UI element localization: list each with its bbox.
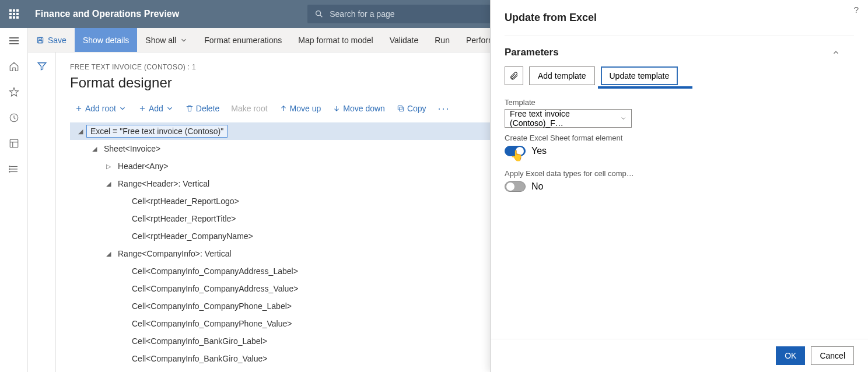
add-template-button[interactable]: Add template <box>529 66 595 85</box>
add-button[interactable]: Add <box>134 101 178 115</box>
map-format-button[interactable]: Map format to model <box>290 28 381 52</box>
tree-expand-icon[interactable]: ◢ <box>89 145 100 153</box>
chevron-down-icon <box>118 104 127 113</box>
parameters-header[interactable]: Parameters <box>505 47 559 58</box>
chevron-down-icon <box>620 115 626 122</box>
save-button[interactable]: Save <box>28 28 75 52</box>
tree-node-label: Cell<CompanyInfo_BankGiro_Label> <box>128 335 271 347</box>
help-button[interactable]: ? <box>854 5 859 15</box>
tree-node-label: Cell<CompanyInfo_CompanyAddress_Value> <box>128 283 302 294</box>
move-up-label: Move up <box>290 104 321 113</box>
tree-node-label: Range<CompanyInfo>: Vertical <box>114 248 235 259</box>
svg-line-1 <box>320 15 322 17</box>
make-root-button: Make root <box>226 101 272 115</box>
create-sheet-label: Create Excel Sheet format element <box>505 134 854 142</box>
workspaces-icon[interactable] <box>8 138 20 149</box>
show-all-button[interactable]: Show all <box>137 28 196 52</box>
waffle-icon <box>9 9 19 19</box>
show-details-button[interactable]: Show details <box>75 28 137 52</box>
left-nav-rail <box>0 28 28 372</box>
highlight-underline <box>598 86 692 89</box>
ok-button[interactable]: OK <box>776 346 805 365</box>
modules-icon[interactable] <box>8 163 20 175</box>
move-down-label: Move down <box>343 104 385 113</box>
validate-label: Validate <box>390 36 419 45</box>
svg-rect-20 <box>398 106 402 110</box>
move-up-button[interactable]: Move up <box>275 101 326 115</box>
svg-rect-19 <box>400 107 404 111</box>
hamburger-menu-button[interactable] <box>8 35 20 47</box>
app-launcher-button[interactable] <box>0 0 28 28</box>
flyout-title: Update from Excel <box>505 12 854 24</box>
tree-node-label: Cell<CompanyInfo_BankGiro_Value> <box>128 353 271 364</box>
chevron-up-icon[interactable] <box>832 48 840 57</box>
tree-node-label: Cell<CompanyInfo_CompanyPhone_Value> <box>128 318 295 329</box>
add-label: Add <box>149 104 163 113</box>
update-from-excel-panel: ? Update from Excel Parameters Add templ… <box>490 0 868 372</box>
tree-node-label: Cell<rptHeader_ReportTitle> <box>128 213 239 224</box>
apply-types-value: No <box>531 181 543 192</box>
svg-rect-14 <box>38 40 42 43</box>
svg-point-10 <box>9 169 10 170</box>
svg-point-11 <box>9 171 10 173</box>
recent-icon[interactable] <box>8 112 20 124</box>
tree-node-label: Cell<CompanyInfo_CompanyAddress_Label> <box>128 265 302 277</box>
cancel-label: Cancel <box>820 351 845 360</box>
run-label: Run <box>435 36 450 45</box>
attach-file-button[interactable] <box>505 66 523 85</box>
tree-expand-icon[interactable]: ◢ <box>103 180 114 188</box>
show-all-label: Show all <box>145 36 176 45</box>
run-button[interactable]: Run <box>426 28 458 52</box>
create-sheet-value: Yes <box>531 146 547 156</box>
tree-node-label: Cell<rptHeader_ReportLogo> <box>128 195 243 207</box>
add-root-label: Add root <box>85 104 116 113</box>
divider <box>505 36 854 36</box>
template-select-value: Free text invoice (Contoso)_F… <box>510 109 620 128</box>
update-template-label: Update template <box>610 71 670 80</box>
tree-node-label: Header<Any> <box>114 160 172 172</box>
move-down-button[interactable]: Move down <box>328 101 390 115</box>
map-format-label: Map format to model <box>298 36 373 45</box>
tree-node-label: Cell<CompanyInfo_CompanyPhone_Label> <box>128 300 295 312</box>
show-details-label: Show details <box>83 36 129 45</box>
tree-node-label: Cell<rptHeader_CompanyName> <box>128 230 257 242</box>
tree-expand-icon[interactable]: ◢ <box>103 250 114 258</box>
filter-icon[interactable] <box>37 61 47 71</box>
more-button[interactable]: ··· <box>433 100 455 117</box>
update-template-button[interactable]: Update template <box>601 66 678 85</box>
delete-label: Delete <box>196 104 219 113</box>
add-root-button[interactable]: Add root <box>70 101 131 115</box>
add-template-label: Add template <box>538 71 586 80</box>
favorites-icon[interactable] <box>8 86 20 98</box>
svg-rect-13 <box>39 37 42 39</box>
chevron-down-icon <box>166 104 174 113</box>
app-title: Finance and Operations Preview <box>28 9 179 19</box>
save-label: Save <box>48 36 66 45</box>
template-field-label: Template <box>505 98 854 107</box>
copy-button[interactable]: Copy <box>392 101 431 115</box>
apply-types-toggle[interactable] <box>505 181 526 192</box>
create-sheet-toggle[interactable] <box>505 146 526 156</box>
format-enum-label: Format enumerations <box>204 36 282 45</box>
svg-point-9 <box>9 166 10 167</box>
tree-node-label: Excel = "Free text invoice (Contoso)" <box>86 125 228 138</box>
ok-label: OK <box>785 351 796 360</box>
format-enumerations-button[interactable]: Format enumerations <box>196 28 290 52</box>
cancel-button[interactable]: Cancel <box>811 346 854 365</box>
delete-button[interactable]: Delete <box>181 101 224 115</box>
filter-column <box>28 52 56 372</box>
apply-types-label: Apply Excel data types for cell comp… <box>505 169 854 178</box>
search-icon <box>314 9 324 19</box>
chevron-down-icon <box>180 36 188 44</box>
tree-node-label: Range<Header>: Vertical <box>114 178 213 189</box>
tree-expand-icon[interactable]: ◢ <box>75 128 86 135</box>
make-root-label: Make root <box>231 104 267 113</box>
home-icon[interactable] <box>8 61 20 72</box>
svg-rect-3 <box>10 139 18 148</box>
copy-label: Copy <box>407 104 426 113</box>
tree-expand-icon[interactable]: ▷ <box>103 163 114 170</box>
validate-button[interactable]: Validate <box>382 28 427 52</box>
svg-point-0 <box>316 11 321 16</box>
tree-node-label: Sheet<Invoice> <box>100 143 164 155</box>
template-select[interactable]: Free text invoice (Contoso)_F… <box>505 109 632 128</box>
